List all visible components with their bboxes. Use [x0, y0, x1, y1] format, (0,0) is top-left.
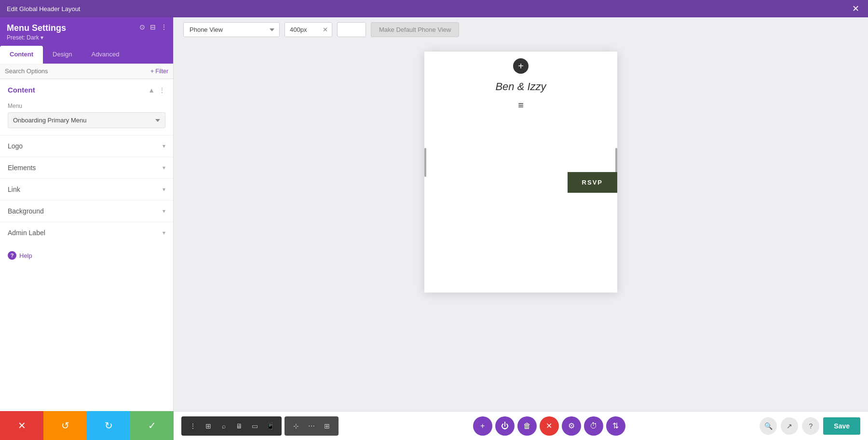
rsvp-button[interactable]: RSVP	[568, 172, 617, 193]
preview-icon[interactable]: ⊙	[139, 23, 145, 31]
collapsible-admin-label-label: Admin Label	[8, 229, 45, 237]
share-icon[interactable]: ↗	[781, 417, 798, 435]
px-second-input[interactable]	[337, 22, 366, 37]
toolbar-search-icon[interactable]: ⌕	[217, 419, 231, 433]
px-clear-button[interactable]: ✕	[319, 23, 332, 37]
px-input[interactable]	[285, 23, 319, 37]
menu-select[interactable]: Onboarding Primary Menu	[8, 112, 165, 128]
collapsible-logo-label: Logo	[8, 142, 23, 150]
scroll-handle-left[interactable]	[424, 148, 426, 177]
toolbar-select-icon[interactable]: ⊹	[289, 419, 303, 433]
main-layout: ⊙ ⊟ ⋮ Menu Settings Preset: Dark Content…	[0, 17, 868, 440]
panel-tabs: Content Design Advanced	[0, 46, 173, 64]
collapsible-link-arrow: ▾	[163, 186, 165, 193]
title-bar: Edit Global Header Layout ✕	[0, 0, 868, 17]
toolbar-grid-icon[interactable]: ⊞	[202, 419, 215, 433]
collapsible-admin-label[interactable]: Admin Label ▾	[0, 222, 173, 243]
collapsible-elements-arrow: ▾	[163, 164, 165, 171]
toolbar-group-1: ⋮ ⊞ ⌕ 🖥 ▭ 📱	[181, 416, 282, 436]
search-right-icon[interactable]: 🔍	[760, 417, 777, 435]
confirm-button[interactable]: ✓	[130, 411, 174, 440]
px-input-wrapper: ✕	[285, 22, 332, 37]
make-default-button[interactable]: Make Default Phone View	[371, 22, 459, 37]
top-bar: Phone View Tablet View Desktop View ✕ Ma…	[174, 17, 868, 42]
toolbar-tablet-icon[interactable]: ▭	[248, 419, 261, 433]
help-label: Help	[19, 252, 32, 259]
section-header-icons: ▲ ⋮	[148, 86, 165, 94]
collapsible-background-arrow: ▾	[163, 208, 165, 214]
collapsible-link[interactable]: Link ▾	[0, 178, 173, 200]
bottom-left-controls: ✕ ↺ ↻ ✓	[0, 411, 174, 440]
collapsible-link-label: Link	[8, 186, 20, 193]
collapsible-logo-arrow: ▾	[163, 143, 165, 149]
view-select[interactable]: Phone View Tablet View Desktop View	[183, 22, 280, 37]
toolbar-dots-icon[interactable]: ⋮	[186, 419, 200, 433]
panel-header: ⊙ ⊟ ⋮ Menu Settings Preset: Dark	[0, 17, 173, 46]
close-circle-button[interactable]: ✕	[540, 416, 559, 436]
settings-circle-button[interactable]: ⚙	[562, 416, 581, 436]
collapsible-logo[interactable]: Logo ▾	[0, 135, 173, 157]
help-bottom-icon[interactable]: ?	[802, 417, 819, 435]
clock-circle-button[interactable]: ⏱	[584, 416, 603, 436]
close-window-button[interactable]: ✕	[850, 4, 861, 13]
undo-button[interactable]: ↺	[43, 411, 87, 440]
section-menu-icon[interactable]: ⋮	[159, 86, 165, 94]
toolbar-group-2: ⊹ ⋯ ⊞	[285, 416, 339, 436]
preview-area: + Ben & Izzy ≡ RSVP	[174, 42, 868, 411]
add-circle-button[interactable]: +	[473, 416, 492, 436]
collapse-section-icon[interactable]: ▲	[148, 86, 155, 94]
search-input[interactable]	[5, 67, 150, 75]
hamburger-menu-icon[interactable]: ≡	[434, 100, 608, 111]
left-panel: ⊙ ⊟ ⋮ Menu Settings Preset: Dark Content…	[0, 17, 174, 440]
right-area: Phone View Tablet View Desktop View ✕ Ma…	[174, 17, 868, 440]
power-circle-button[interactable]: ⏻	[495, 416, 515, 436]
content-section-title: Content	[8, 86, 35, 94]
collapsible-background-label: Background	[8, 207, 44, 215]
layout-icon[interactable]: ⊟	[150, 23, 156, 31]
more-options-icon[interactable]: ⋮	[161, 23, 167, 31]
help-icon: ?	[8, 251, 16, 260]
toolbar-table-icon[interactable]: ⊞	[320, 419, 334, 433]
tab-advanced[interactable]: Advanced	[82, 46, 129, 64]
menu-label: Menu	[8, 103, 165, 109]
panel-content: Content ▲ ⋮ Menu Onboarding Primary Menu…	[0, 79, 173, 440]
toolbar-move-icon[interactable]: ⋯	[305, 419, 318, 433]
tab-content[interactable]: Content	[0, 46, 43, 64]
collapsible-elements[interactable]: Elements ▾	[0, 157, 173, 178]
help-row[interactable]: ? Help	[0, 243, 173, 267]
panel-header-icons: ⊙ ⊟ ⋮	[139, 23, 167, 31]
right-bottom-buttons: 🔍 ↗ ? Save	[760, 417, 860, 435]
sliders-circle-button[interactable]: ⇅	[606, 416, 625, 436]
title-bar-text: Edit Global Header Layout	[7, 5, 850, 13]
add-element-button[interactable]: +	[513, 58, 529, 74]
filter-button[interactable]: + Filter	[150, 68, 168, 75]
content-section-header: Content ▲ ⋮	[0, 79, 173, 99]
menu-form-group: Menu Onboarding Primary Menu	[0, 99, 173, 135]
tab-design[interactable]: Design	[43, 46, 81, 64]
phone-preview: + Ben & Izzy ≡ RSVP	[424, 52, 617, 293]
exit-button[interactable]: ✕	[0, 411, 43, 440]
trash-circle-button[interactable]: 🗑	[517, 416, 537, 436]
redo-button[interactable]: ↻	[87, 411, 130, 440]
site-name: Ben & Izzy	[434, 80, 608, 93]
save-button[interactable]: Save	[823, 417, 860, 435]
collapsible-admin-label-arrow: ▾	[163, 229, 165, 236]
search-bar: + Filter	[0, 64, 173, 79]
toolbar-phone-icon[interactable]: 📱	[263, 419, 277, 433]
bottom-toolbar: ⋮ ⊞ ⌕ 🖥 ▭ 📱 ⊹ ⋯ ⊞ + ⏻ 🗑 ✕ ⚙ ⏱ ⇅ 🔍	[174, 411, 868, 440]
collapsible-elements-label: Elements	[8, 164, 36, 172]
toolbar-desktop-icon[interactable]: 🖥	[232, 419, 246, 433]
panel-preset[interactable]: Preset: Dark	[7, 34, 166, 41]
collapsible-background[interactable]: Background ▾	[0, 200, 173, 222]
